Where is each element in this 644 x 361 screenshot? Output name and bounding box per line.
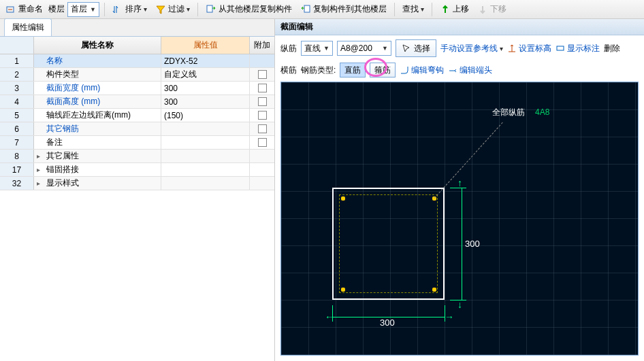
property-row[interactable]: 3截面宽度 (mm)300 [0, 82, 274, 95]
edit-bend-button[interactable]: 编辑弯钩 [400, 65, 444, 76]
section-edit-title: 截面编辑 [275, 19, 644, 35]
prop-extra[interactable] [250, 122, 274, 135]
straight-rebar-button[interactable]: 直筋 [340, 63, 366, 78]
main-area: 属性编辑 属性名称 属性值 附加 1名称ZDYX-522构件类型自定义线3截面宽… [0, 19, 644, 361]
prop-name: 其它钢筋 [42, 122, 161, 135]
row-number: 1 [0, 54, 34, 67]
prop-name: 其它属性 [42, 150, 161, 162]
sort-button[interactable]: 排序 ▾ [110, 2, 150, 16]
zongj-label: 纵筋 [280, 43, 297, 54]
left-panel: 属性编辑 属性名称 属性值 附加 1名称ZDYX-522构件类型自定义线3截面宽… [0, 19, 275, 361]
copy-to-icon [300, 4, 311, 15]
prop-value[interactable] [161, 136, 250, 149]
checkbox[interactable] [258, 97, 267, 106]
prop-extra[interactable] [250, 68, 274, 81]
checkbox[interactable] [258, 138, 267, 147]
floor-value: 首层 [71, 3, 87, 15]
move-up-button[interactable]: 上移 [437, 2, 472, 16]
chevron-down-icon: ▼ [90, 6, 96, 13]
prop-value[interactable]: 300 [161, 95, 250, 108]
select-button[interactable]: 选择 [396, 39, 436, 57]
checkbox[interactable] [258, 70, 267, 79]
rename-button[interactable]: 重命名 [3, 2, 46, 16]
row-number: 4 [0, 95, 34, 108]
row-number: 6 [0, 122, 34, 135]
prop-value[interactable]: (150) [161, 109, 250, 122]
prop-extra[interactable] [250, 95, 274, 108]
search-button[interactable]: 查找 ▾ [400, 2, 427, 16]
prop-value[interactable] [161, 122, 250, 135]
hengj-label: 横筋 [280, 65, 297, 76]
chevron-down-icon: ▾ [500, 45, 503, 52]
expand-icon [34, 95, 42, 108]
property-row[interactable]: 5轴线距左边线距离(mm)(150) [0, 109, 274, 122]
property-row[interactable]: 7备注 [0, 136, 274, 150]
line-type-value: 直线 [304, 43, 321, 54]
prop-extra[interactable] [250, 109, 274, 122]
checkbox[interactable] [258, 124, 267, 133]
move-down-button[interactable]: 下移 [474, 2, 509, 16]
expand-icon[interactable]: ▸ [34, 163, 42, 176]
copy-to-label: 复制构件到其他楼层 [313, 3, 387, 15]
property-row[interactable]: 1名称ZDYX-52 [0, 54, 274, 68]
end-icon [448, 65, 457, 75]
expand-icon [34, 54, 42, 67]
row-number: 7 [0, 136, 34, 149]
row-number: 32 [0, 177, 34, 190]
prop-value[interactable]: ZDYX-52 [161, 54, 250, 67]
rebar-dot [432, 288, 436, 292]
section-canvas[interactable]: ← → 300 ↑ ↓ 300 全部纵筋 4A8 [280, 82, 639, 356]
row-number: 3 [0, 82, 34, 94]
edit-bend-label: 编辑弯钩 [411, 65, 444, 76]
expand-icon[interactable]: ▸ [34, 150, 42, 162]
floor-combo[interactable]: 首层 ▼ [67, 2, 99, 17]
property-row[interactable]: 6其它钢筋 [0, 122, 274, 136]
separator [104, 3, 105, 16]
prop-value[interactable]: 自定义线 [161, 68, 250, 81]
stirrup-button[interactable]: 箍筋 [370, 63, 396, 78]
stirrup-line [339, 194, 438, 293]
rebar-dot [341, 196, 345, 201]
manual-label: 手动设置参考线 [440, 43, 498, 54]
dim-height-line [462, 188, 462, 300]
label-spec-text: 4A8 [535, 107, 549, 117]
separator [394, 3, 395, 16]
show-anno-label: 显示标注 [567, 43, 600, 54]
copy-from-button[interactable]: 从其他楼层复制构件 [203, 2, 295, 16]
set-elev-label: 设置标高 [519, 43, 551, 54]
line-type-combo[interactable]: 直线 ▼ [301, 41, 333, 56]
prop-name: 轴线距左边线距离(mm) [42, 109, 161, 122]
set-elevation-button[interactable]: 设置标高 [507, 43, 551, 54]
tab-property-edit[interactable]: 属性编辑 [4, 18, 52, 36]
filter-button[interactable]: 过滤 ▾ [152, 2, 193, 16]
prop-value[interactable]: 300 [161, 82, 250, 94]
expand-icon[interactable]: ▸ [34, 177, 42, 190]
dim-arrow: ↓ [457, 300, 462, 309]
copy-from-label: 从其他楼层复制构件 [219, 3, 292, 15]
arrow-down-icon [477, 4, 488, 15]
rebar-spec-combo[interactable]: A8@200 ▼ [337, 41, 391, 56]
copy-to-button[interactable]: 复制构件到其他楼层 [297, 2, 389, 16]
property-row[interactable]: 32▸显示样式 [0, 177, 274, 190]
prop-value[interactable] [161, 150, 250, 162]
rebar-dot [341, 288, 345, 292]
prop-value[interactable] [161, 177, 250, 190]
manual-refline-button[interactable]: 手动设置参考线 ▾ [440, 43, 503, 54]
prop-value[interactable] [161, 163, 250, 176]
checkbox[interactable] [258, 111, 267, 120]
property-row[interactable]: 8▸其它属性 [0, 150, 274, 163]
show-annotation-button[interactable]: 显示标注 [556, 43, 600, 54]
checkbox[interactable] [258, 84, 267, 92]
sort-icon [112, 4, 123, 15]
prop-extra[interactable] [250, 82, 274, 94]
svg-rect-2 [304, 5, 310, 12]
dim-arrow: ← [325, 312, 334, 322]
prop-extra[interactable] [250, 136, 274, 149]
edit-end-button[interactable]: 编辑端头 [448, 65, 492, 76]
svg-rect-3 [557, 46, 564, 50]
property-row[interactable]: 2构件类型自定义线 [0, 68, 274, 82]
property-row[interactable]: 4截面高度 (mm)300 [0, 95, 274, 109]
main-toolbar: 重命名 楼层 首层 ▼ 排序 ▾ 过滤 ▾ 从其他楼层复制构件 复制构件到其他楼… [0, 0, 644, 19]
property-row[interactable]: 17▸锚固搭接 [0, 163, 274, 177]
delete-button[interactable]: 删除 [604, 43, 620, 54]
